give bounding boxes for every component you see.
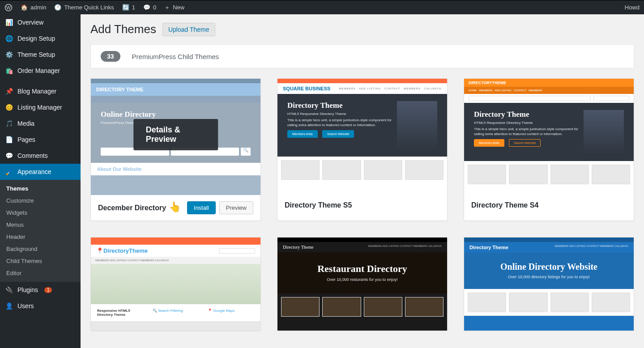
theme-filter-bar: 33 PremiumPress Child Themes xyxy=(90,44,634,68)
cursor-icon: 👆 xyxy=(169,201,181,213)
theme-preview-logo: SQUARE BUSINESS xyxy=(283,86,330,91)
themes-grid: DIRECTORY THEME Online Directory Premium… xyxy=(90,78,634,331)
theme-preview-hero: Online Directory xyxy=(101,110,251,119)
theme-preview-hero: Directory Theme xyxy=(287,101,397,110)
submenu-customize[interactable]: Customize xyxy=(0,195,81,207)
theme-preview-hero: Directory Theme xyxy=(474,110,584,119)
install-button[interactable]: Install xyxy=(187,201,216,214)
comments-link[interactable]: 💬 0 xyxy=(143,4,156,11)
theme-count: 33 xyxy=(101,51,120,62)
menu-appearance[interactable]: 🖌️ Appearance xyxy=(0,164,81,180)
admin-sidebar: 📊 Overview 🌐 Design Setup ⚙️ Theme Setup… xyxy=(0,14,81,348)
menu-blog-manager[interactable]: 📌 Blog Manager xyxy=(0,83,81,99)
theme-card[interactable]: Directory Theme MEMBERS ADD LISTING CONT… xyxy=(464,237,634,331)
wp-logo[interactable]: W xyxy=(4,4,13,12)
menu-order-manager[interactable]: 🛍️ Order Manager xyxy=(0,63,81,79)
theme-name: December Directory xyxy=(98,204,166,212)
theme-card[interactable]: Directory Theme MEMBERS ADD LISTING CONT… xyxy=(277,237,448,331)
submenu-widgets[interactable]: Widgets xyxy=(0,207,81,219)
submenu-themes[interactable]: Themes xyxy=(0,182,81,195)
theme-preview-logo: DIRECTORY THEME xyxy=(91,83,260,96)
menu-media[interactable]: 🎵 Media xyxy=(0,115,81,132)
admin-bar: W 🏠 admin 🕐 Theme Quick Links 🔄 1 💬 0 ＋ … xyxy=(0,0,644,14)
new-content[interactable]: ＋ New xyxy=(164,4,184,12)
page-title: Add Themes xyxy=(90,22,156,36)
main-content: Add Themes Upload Theme 33 PremiumPress … xyxy=(81,14,644,348)
submenu-menus[interactable]: Menus xyxy=(0,219,81,231)
theme-preview-logo: 📍DirectoryTheme xyxy=(96,247,148,254)
menu-theme-setup[interactable]: ⚙️ Theme Setup xyxy=(0,47,81,63)
submenu-child-themes[interactable]: Child Themes xyxy=(0,255,81,267)
theme-preview-hero: Restaurant Directory xyxy=(282,263,443,275)
menu-plugins[interactable]: 🔌 Plugins1 xyxy=(0,282,81,298)
theme-preview-hero: Online Directory Website xyxy=(469,262,629,272)
theme-name: Directory Theme S5 xyxy=(285,201,352,209)
theme-card[interactable]: DIRECTORY THEME Online Directory Premium… xyxy=(90,78,261,221)
theme-preview-logo: DIRECTORYTHEME xyxy=(464,79,634,87)
site-link[interactable]: 🏠 admin xyxy=(21,4,46,11)
menu-users[interactable]: 👤 Users xyxy=(0,298,81,314)
upload-theme-button[interactable]: Upload Theme xyxy=(162,23,215,36)
preview-button[interactable]: Preview xyxy=(219,201,253,214)
menu-overview[interactable]: 📊 Overview xyxy=(0,14,81,30)
theme-preview-logo: Directory Theme xyxy=(469,245,508,250)
menu-listing-manager[interactable]: 😊 Listing Manager xyxy=(0,99,81,115)
theme-name: Directory Theme S4 xyxy=(471,201,538,209)
menu-pages[interactable]: 📄 Pages xyxy=(0,132,81,148)
updates-link[interactable]: 🔄 1 xyxy=(122,4,135,11)
theme-quick-links[interactable]: 🕐 Theme Quick Links xyxy=(54,4,114,11)
submenu-background[interactable]: Background xyxy=(0,243,81,255)
theme-card[interactable]: 📍DirectoryTheme MEMBERS ADD LISTING CONT… xyxy=(90,237,261,331)
theme-preview-logo: Directory Theme xyxy=(283,245,313,250)
theme-card[interactable]: SQUARE BUSINESS MEMBERS ADD LISTING CONT… xyxy=(277,78,448,221)
submenu-header[interactable]: Header xyxy=(0,231,81,243)
submenu-editor[interactable]: Editor xyxy=(0,267,81,279)
theme-card[interactable]: DIRECTORYTHEME HOME MEMBERS ADD LISTING … xyxy=(464,78,634,221)
filter-label[interactable]: PremiumPress Child Themes xyxy=(132,53,219,60)
details-preview-button[interactable]: Details & Preview xyxy=(133,119,218,150)
menu-design-setup[interactable]: 🌐 Design Setup xyxy=(0,30,81,47)
howdy-user[interactable]: Howd xyxy=(625,4,640,11)
menu-comments[interactable]: 💬 Comments xyxy=(0,148,81,164)
svg-text:W: W xyxy=(6,4,11,10)
appearance-submenu: Themes Customize Widgets Menus Header Ba… xyxy=(0,180,81,282)
